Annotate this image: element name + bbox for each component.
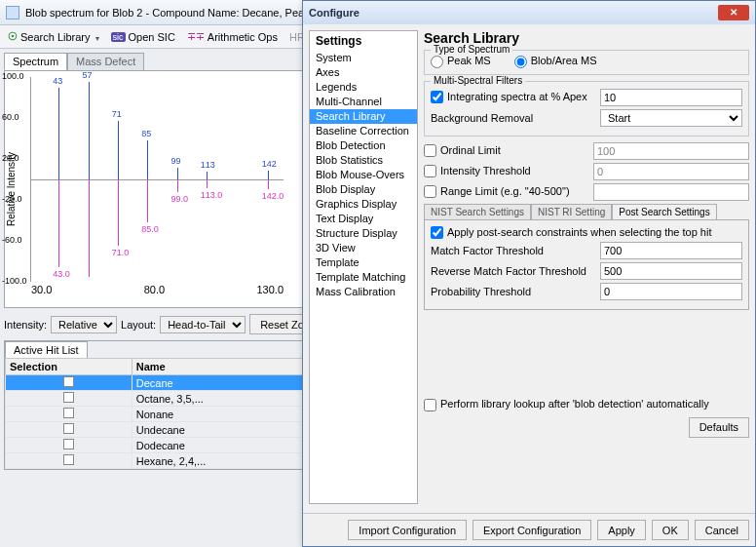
intensity-label: Intensity: <box>4 319 47 331</box>
integrating-check[interactable]: Integrating spectra at % Apex <box>431 91 594 104</box>
configure-dialog: Configure ✕ Settings SystemAxesLegendsMu… <box>302 0 756 547</box>
tab-nist-ri[interactable]: NIST RI Setting <box>531 204 612 219</box>
settings-item[interactable]: Blob Display <box>310 182 417 197</box>
mft-label: Match Factor Threshold <box>431 245 594 256</box>
settings-item[interactable]: Mass Calibration <box>310 285 417 299</box>
tab-mass-defect[interactable]: Mass Defect <box>67 53 144 70</box>
settings-item[interactable]: Search Library <box>310 109 417 124</box>
cancel-button[interactable]: Cancel <box>695 520 749 540</box>
intensity-threshold-check[interactable]: Intensity Threshold <box>424 165 587 178</box>
tab-nist-search[interactable]: NIST Search Settings <box>424 204 531 219</box>
background-removal-select[interactable]: Start <box>600 109 742 127</box>
tab-post-search[interactable]: Post Search Settings <box>612 204 716 219</box>
search-library-button[interactable]: ☉Search Library <box>4 29 103 44</box>
background-removal-label: Background Removal <box>431 112 594 124</box>
settings-item[interactable]: Blob Detection <box>310 138 417 153</box>
settings-item[interactable]: Baseline Correction <box>310 124 417 138</box>
settings-item[interactable]: 3D View <box>310 241 417 255</box>
integrating-input[interactable] <box>600 89 742 106</box>
perform-lookup-check[interactable]: Perform library lookup after 'blob detec… <box>424 398 709 410</box>
hit-list-title[interactable]: Active Hit List <box>5 341 88 358</box>
apply-button[interactable]: Apply <box>597 520 646 540</box>
export-config-button[interactable]: Export Configuration <box>472 520 591 540</box>
range-limit-input[interactable] <box>593 183 749 201</box>
blob-area-ms-radio[interactable]: Blob/Area MS <box>514 55 597 68</box>
settings-item[interactable]: Legends <box>310 80 417 95</box>
defaults-button[interactable]: Defaults <box>689 417 749 438</box>
ordinal-limit-input[interactable] <box>593 142 749 160</box>
settings-item[interactable]: Blob Statistics <box>310 153 417 168</box>
arithmetic-ops-button[interactable]: ∓∓Arithmetic Ops <box>183 29 282 44</box>
peak-ms-radio[interactable]: Peak MS <box>431 55 491 68</box>
mft-input[interactable] <box>600 242 742 259</box>
settings-item[interactable]: System <box>310 51 417 65</box>
settings-tree: Settings SystemAxesLegendsMulti-ChannelS… <box>309 30 418 504</box>
settings-item[interactable]: Blob Mouse-Overs <box>310 168 417 182</box>
import-config-button[interactable]: Import Configuration <box>348 520 467 540</box>
settings-item[interactable]: Text Display <box>310 212 417 226</box>
tab-spectrum[interactable]: Spectrum <box>4 53 67 70</box>
dialog-title: Configure <box>309 7 359 19</box>
ordinal-limit-check[interactable]: Ordinal Limit <box>424 144 587 158</box>
open-sic-button[interactable]: sicOpen SIC <box>107 30 179 44</box>
type-of-spectrum-group: Type of Spectrum Peak MS Blob/Area MS <box>424 50 749 75</box>
pt-input[interactable] <box>600 283 742 300</box>
layout-label: Layout: <box>121 319 156 331</box>
settings-item[interactable]: Structure Display <box>310 226 417 241</box>
ok-button[interactable]: OK <box>652 520 689 540</box>
intensity-select[interactable]: Relative <box>51 316 117 333</box>
settings-header: Settings <box>310 31 417 51</box>
settings-item[interactable]: Axes <box>310 65 417 80</box>
apply-post-check[interactable]: Apply post-search constraints when selec… <box>431 226 711 238</box>
app-icon <box>6 6 19 20</box>
settings-item[interactable]: Graphics Display <box>310 197 417 212</box>
column-header[interactable]: Name <box>132 359 307 375</box>
close-icon[interactable]: ✕ <box>718 5 749 20</box>
intensity-threshold-input[interactable] <box>593 163 749 180</box>
range-limit-check[interactable]: Range Limit (e.g. "40-500") <box>424 185 587 199</box>
settings-item[interactable]: Template <box>310 255 417 270</box>
dialog-title-bar: Configure ✕ <box>303 1 755 24</box>
rmft-label: Reverse Match Factor Threshold <box>431 265 594 277</box>
column-header[interactable]: Selection <box>6 359 132 375</box>
y-axis-label: Relative Intensity <box>6 152 17 226</box>
settings-item[interactable]: Template Matching <box>310 270 417 285</box>
pt-label: Probability Threshold <box>431 286 594 297</box>
settings-item[interactable]: Multi-Channel <box>310 95 417 109</box>
layout-select[interactable]: Head-to-Tail <box>160 316 246 333</box>
multispectral-group: Multi-Spectral Filters Integrating spect… <box>424 81 749 137</box>
rmft-input[interactable] <box>600 262 742 280</box>
